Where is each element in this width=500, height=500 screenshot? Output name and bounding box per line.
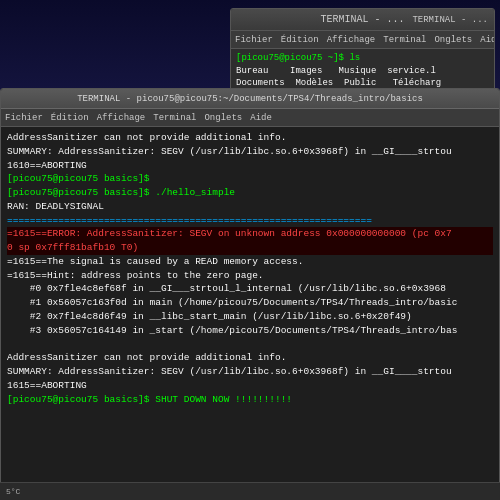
menu-edition-top[interactable]: Édition <box>281 35 319 45</box>
line-19: 1615==ABORTING <box>7 379 493 393</box>
menu-aide-top[interactable]: Aide <box>480 35 495 45</box>
terminal-top-titlebar: TERMINAL - ... TERMINAL - ... <box>231 9 494 31</box>
line-14: #2 0x7fle4c8d6f49 in __libc_start_main (… <box>7 310 493 324</box>
line-18: SUMMARY: AddressSanitizer: SEGV (/usr/li… <box>7 365 493 379</box>
line-1: AddressSanitizer can not provide additio… <box>7 131 493 145</box>
terminal-top-title-right: TERMINAL - ... <box>412 15 488 25</box>
temperature-display: 5°C <box>6 487 20 496</box>
menu-onglets-top[interactable]: Onglets <box>434 35 472 45</box>
menu-affichage-main[interactable]: Affichage <box>97 113 146 123</box>
line-7: ========================================… <box>7 214 493 228</box>
statusbar: 5°C <box>0 482 500 500</box>
line-12: #0 0x7fle4c8ef68f in __GI___strtoul_l_in… <box>7 282 493 296</box>
line-4: [picou75@picou75 basics]$ <box>7 172 493 186</box>
line-13: #1 0x56057c163f0d in main (/home/picou75… <box>7 296 493 310</box>
terminal-main-titlebar: TERMINAL - picou75@picou75:~/Documents/T… <box>1 89 499 109</box>
line-5: [picou75@picou75 basics]$ ./hello_simple <box>7 186 493 200</box>
terminal-top-menubar: Fichier Édition Affichage Terminal Ongle… <box>231 31 494 49</box>
terminal-main-menubar: Fichier Édition Affichage Terminal Ongle… <box>1 109 499 127</box>
line-9: 0 sp 0x7fff81bafb10 T0) <box>7 241 493 255</box>
terminal-main-content: AddressSanitizer can not provide additio… <box>1 127 499 497</box>
line-11: =1615==Hint: address points to the zero … <box>7 269 493 283</box>
menu-onglets-main[interactable]: Onglets <box>204 113 242 123</box>
terminal-main-window[interactable]: TERMINAL - picou75@picou75:~/Documents/T… <box>0 88 500 498</box>
line-20: [picou75@picou75 basics]$ SHUT DOWN NOW … <box>7 393 493 407</box>
menu-fichier-top[interactable]: Fichier <box>235 35 273 45</box>
line-17: AddressSanitizer can not provide additio… <box>7 351 493 365</box>
menu-edition-main[interactable]: Édition <box>51 113 89 123</box>
terminal-top-line-1: [picou75@picou75 ~]$ ls <box>236 52 489 65</box>
line-3: 1610==ABORTING <box>7 159 493 173</box>
menu-fichier-main[interactable]: Fichier <box>5 113 43 123</box>
menu-terminal-top[interactable]: Terminal <box>383 35 426 45</box>
line-10: =1615==The signal is caused by a READ me… <box>7 255 493 269</box>
line-16 <box>7 337 493 351</box>
terminal-top-title: TERMINAL - ... <box>320 14 404 25</box>
menu-affichage-top[interactable]: Affichage <box>327 35 376 45</box>
terminal-top-line-2: Bureau Images Musique service.l <box>236 65 489 78</box>
line-15: #3 0x56057c164149 in _start (/home/picou… <box>7 324 493 338</box>
line-2: SUMMARY: AddressSanitizer: SEGV (/usr/li… <box>7 145 493 159</box>
terminal-main-title: TERMINAL - picou75@picou75:~/Documents/T… <box>77 94 423 104</box>
menu-aide-main[interactable]: Aide <box>250 113 272 123</box>
line-6: RAN: DEADLYSIGNAL <box>7 200 493 214</box>
menu-terminal-main[interactable]: Terminal <box>153 113 196 123</box>
line-8: =1615==ERROR: AddressSanitizer: SEGV on … <box>7 227 493 241</box>
